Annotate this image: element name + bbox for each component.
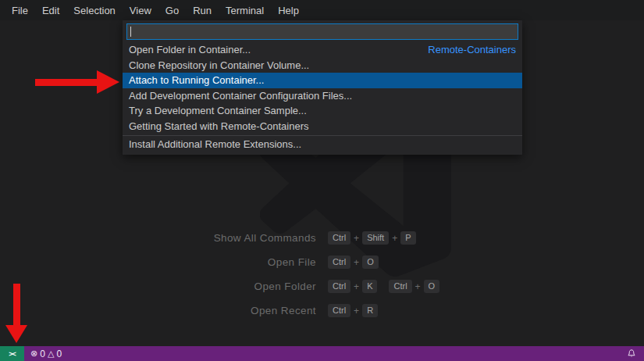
text-cursor (130, 27, 131, 37)
menu-terminal[interactable]: Terminal (219, 0, 271, 20)
plus-separator: + (354, 233, 359, 244)
menu-file[interactable]: File (5, 0, 35, 20)
quick-input-box-wrap (123, 20, 522, 42)
plus-separator: + (415, 281, 421, 292)
warning-icon: △ (48, 348, 54, 359)
quick-pick-item-label: Install Additional Remote Extensions... (129, 138, 301, 150)
quick-pick-item-label: Try a Development Container Sample... (129, 105, 307, 116)
problems-status-button[interactable]: ⊗ 0 △ 0 (24, 346, 68, 361)
key-badge: Ctrl (328, 256, 350, 269)
error-icon: ⊗ (30, 348, 37, 359)
quick-pick-item-label: Add Development Container Configuration … (129, 90, 352, 102)
quick-pick-item-install-additional-remote-extensions[interactable]: Install Additional Remote Extensions... (123, 137, 522, 152)
warning-count: 0 (56, 348, 62, 359)
keybinding-keys: Ctrl + O (328, 256, 379, 269)
quick-pick-item-getting-started[interactable]: Getting Started with Remote-Containers (123, 119, 522, 134)
keybinding-keys: Ctrl + R (328, 304, 378, 317)
watermark-keybindings: Show All Commands Ctrl + Shift + P Open … (109, 231, 439, 317)
annotation-arrow-right-head (97, 70, 119, 94)
quick-pick-item-attach-to-running-container[interactable]: Attach to Running Container... (123, 73, 522, 88)
quick-pick-item-label: Open Folder in Container... (129, 44, 251, 55)
keybinding-label: Open File (109, 256, 316, 268)
quick-pick-item-clone-repository[interactable]: Clone Repository in Container Volume... (123, 58, 522, 73)
keybinding-row-open-folder: Open Folder Ctrl + K Ctrl + O (109, 280, 439, 293)
menu-view[interactable]: View (123, 0, 158, 20)
annotation-arrow-down-head (5, 325, 27, 343)
key-badge: Ctrl (389, 280, 411, 293)
key-badge: Shift (362, 231, 389, 245)
keybinding-row-open-recent: Open Recent Ctrl + R (109, 304, 439, 317)
notifications-bell-button[interactable] (619, 346, 644, 361)
quick-pick-item-add-dev-container-config[interactable]: Add Development Container Configuration … (123, 88, 522, 104)
keybinding-row-open-file: Open File Ctrl + O (109, 256, 439, 269)
plus-separator: + (392, 233, 397, 244)
menu-selection[interactable]: Selection (66, 0, 122, 20)
menu-go[interactable]: Go (158, 0, 186, 20)
quick-pick-separator (123, 135, 522, 136)
quick-pick-item-try-dev-container-sample[interactable]: Try a Development Container Sample... (123, 103, 522, 119)
quick-pick-item-source-label: Remote-Containers (428, 44, 516, 55)
keybinding-label: Open Folder (109, 281, 316, 292)
keybinding-row-show-all-commands: Show All Commands Ctrl + Shift + P (109, 231, 439, 245)
status-bar: >< ⊗ 0 △ 0 (0, 346, 644, 361)
annotation-arrow-down-shaft (13, 284, 20, 325)
keybinding-label: Show All Commands (109, 232, 316, 244)
plus-separator: + (354, 281, 359, 292)
key-badge: Ctrl (328, 280, 350, 293)
quick-pick-item-label: Attach to Running Container... (129, 74, 264, 86)
remote-indicator-button[interactable]: >< (0, 346, 24, 361)
quick-pick-item-label: Clone Repository in Container Volume... (129, 59, 309, 71)
key-badge: Ctrl (328, 304, 350, 317)
menubar: File Edit Selection View Go Run Terminal… (0, 0, 644, 20)
key-badge: O (362, 256, 379, 269)
key-badge: P (400, 231, 415, 245)
key-badge: O (424, 280, 440, 293)
bell-icon (627, 348, 636, 359)
plus-separator: + (354, 257, 359, 268)
plus-separator: + (354, 306, 359, 316)
menu-edit[interactable]: Edit (35, 0, 66, 20)
quick-pick-list: Open Folder in Container... Remote-Conta… (123, 42, 522, 152)
error-count: 0 (40, 348, 45, 359)
menu-help[interactable]: Help (271, 0, 306, 20)
keybinding-keys: Ctrl + K Ctrl + O (328, 280, 439, 293)
annotation-arrow-right-shaft (35, 79, 97, 86)
quick-input-widget: Open Folder in Container... Remote-Conta… (123, 20, 522, 155)
quick-pick-item-open-folder-in-container[interactable]: Open Folder in Container... Remote-Conta… (123, 42, 522, 58)
keybinding-keys: Ctrl + Shift + P (328, 231, 416, 245)
quick-input-field[interactable] (126, 23, 518, 40)
key-badge: Ctrl (328, 231, 350, 245)
menu-run[interactable]: Run (186, 0, 219, 20)
keybinding-label: Open Recent (109, 305, 316, 316)
key-badge: K (362, 280, 377, 293)
quick-pick-item-label: Getting Started with Remote-Containers (129, 120, 309, 132)
key-badge: R (362, 304, 378, 317)
remote-icon: >< (9, 350, 16, 358)
